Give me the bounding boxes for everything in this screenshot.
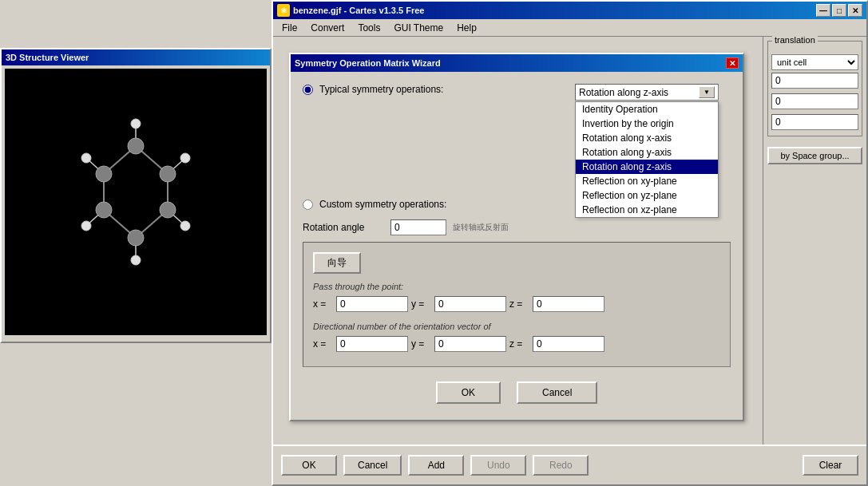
y-label-2: y = [411, 338, 431, 350]
svg-point-20 [81, 221, 91, 231]
svg-point-17 [160, 166, 176, 182]
molecule-svg [32, 114, 240, 290]
wizard-body: Typical symmetry operations: Rotation al… [291, 72, 743, 420]
dz-input[interactable] [533, 336, 604, 352]
menu-help[interactable]: Help [452, 21, 482, 35]
x-label-2: x = [313, 338, 333, 350]
add-button[interactable]: Add [408, 455, 464, 476]
close-button[interactable]: ✕ [848, 4, 862, 17]
y-input-1[interactable] [434, 296, 506, 312]
dropdown-arrow-icon[interactable]: ▼ [699, 86, 715, 98]
app-icon: ⚛ [277, 4, 290, 17]
viewer-content [5, 69, 267, 335]
svg-point-12 [128, 138, 144, 154]
svg-point-15 [128, 230, 144, 246]
custom-radio-label: Custom symmetry operations: [319, 199, 446, 210]
wizard-close-button[interactable]: ✕ [726, 57, 739, 69]
viewer-titlebar: 3D Structure Viewer [2, 49, 270, 65]
z-input-1[interactable] [533, 296, 604, 312]
direction-label: Directional number of the orientation ve… [313, 322, 720, 331]
dialog-buttons: OK Cancel [303, 373, 731, 408]
titlebar-left: ⚛ benzene.gjf - Cartes v1.3.5 Free [277, 4, 424, 17]
maximize-button[interactable]: □ [832, 4, 846, 17]
cartes-titlebar: ⚛ benzene.gjf - Cartes v1.3.5 Free — □ ✕ [273, 2, 866, 19]
dropdown-container: Rotation along z-axis ▼ Identity Operati… [575, 84, 719, 101]
dropdown-selected[interactable]: Rotation along z-axis ▼ [575, 84, 719, 101]
svg-point-19 [81, 153, 91, 163]
svg-point-16 [160, 202, 176, 218]
translation-input-1[interactable] [771, 73, 858, 89]
space-group-button[interactable]: by Space group... [767, 147, 862, 164]
typical-radio-row: Typical symmetry operations: Rotation al… [303, 84, 731, 95]
translation-label: translation [772, 35, 818, 45]
viewer-window: 3D Structure Viewer [0, 48, 271, 343]
dropdown-item-2[interactable]: Rotation along x-axis [576, 131, 718, 145]
rotation-angle-input[interactable] [390, 219, 446, 235]
dropdown-item-7[interactable]: Reflection on xz-plane [576, 203, 718, 217]
bottom-toolbar: OK Cancel Add Undo Redo Clear [273, 445, 866, 484]
menu-gui-theme[interactable]: GUI Theme [389, 21, 448, 35]
svg-point-23 [180, 153, 190, 163]
app-title: benzene.gjf - Cartes v1.3.5 Free [293, 6, 424, 15]
custom-radio[interactable] [303, 200, 313, 210]
dx-input[interactable] [336, 336, 408, 352]
rotation-angle-label: Rotation angle [303, 222, 390, 233]
dropdown-item-5[interactable]: Reflection on xy-plane [576, 174, 718, 188]
typical-radio-label: Typical symmetry operations: [319, 84, 443, 95]
redo-button[interactable]: Redo [533, 455, 589, 476]
typical-radio[interactable] [303, 85, 313, 95]
clear-button[interactable]: Clear [803, 455, 858, 476]
dropdown-item-0[interactable]: Identity Operation [576, 102, 718, 117]
point-row-1: x = y = z = [313, 296, 720, 312]
menu-convert[interactable]: Convert [306, 21, 349, 35]
pass-through-label: Pass through the point: [313, 282, 720, 291]
wizard-title: Symmetry Operation Matrix Wizard [295, 58, 441, 68]
menu-file[interactable]: File [277, 21, 302, 35]
point-row-2: x = y = z = [313, 336, 720, 352]
svg-point-18 [131, 119, 141, 128]
cartes-window: ⚛ benzene.gjf - Cartes v1.3.5 Free — □ ✕… [271, 0, 868, 486]
svg-point-14 [96, 202, 112, 218]
x-input-1[interactable] [336, 296, 408, 312]
svg-point-21 [131, 255, 141, 265]
wizard-titlebar: Symmetry Operation Matrix Wizard ✕ [291, 54, 743, 72]
menu-tools[interactable]: Tools [353, 21, 385, 35]
x-label-1: x = [313, 298, 333, 310]
dialog-overlay: Symmetry Operation Matrix Wizard ✕ Typic… [273, 37, 763, 445]
menubar: File Convert Tools GUI Theme Help [273, 19, 866, 37]
dropdown-item-3[interactable]: Rotation along y-axis [576, 145, 718, 160]
translation-group: translation unit cell angstrom [767, 41, 862, 136]
svg-point-13 [96, 166, 112, 182]
z-label-1: z = [509, 298, 529, 310]
translation-input-2[interactable] [771, 93, 858, 109]
inner-box: 向导 Pass through the point: x = y = z = D… [303, 242, 731, 367]
titlebar-buttons: — □ ✕ [816, 4, 862, 17]
wizard-button[interactable]: 向导 [313, 252, 361, 274]
unit-cell-select[interactable]: unit cell angstrom [771, 54, 858, 70]
viewer-title: 3D Structure Viewer [6, 53, 89, 62]
dropdown-item-4[interactable]: Rotation along z-axis [576, 160, 718, 174]
dialog-ok-button[interactable]: OK [436, 381, 501, 404]
translation-input-3[interactable] [771, 114, 858, 130]
dropdown-value: Rotation along z-axis [579, 87, 668, 98]
minimize-button[interactable]: — [816, 4, 830, 17]
dialog-cancel-button[interactable]: Cancel [517, 381, 597, 404]
ok-button[interactable]: OK [281, 455, 337, 476]
cancel-button[interactable]: Cancel [343, 455, 402, 476]
z-label-2: z = [509, 338, 529, 350]
y-label-1: y = [411, 298, 431, 310]
undo-button[interactable]: Undo [470, 455, 526, 476]
dropdown-list: Identity Operation Invertion by the orig… [575, 101, 719, 218]
rotation-angle-row: Rotation angle 旋转轴或反射面 [303, 219, 731, 235]
svg-point-22 [180, 221, 190, 231]
dy-input[interactable] [434, 336, 506, 352]
wizard-dialog: Symmetry Operation Matrix Wizard ✕ Typic… [289, 53, 744, 421]
rotation-hint: 旋转轴或反射面 [453, 222, 509, 233]
right-panel: translation unit cell angstrom by Space … [763, 37, 866, 445]
dropdown-item-1[interactable]: Invertion by the origin [576, 117, 718, 131]
dropdown-item-6[interactable]: Reflection on yz-plane [576, 188, 718, 203]
